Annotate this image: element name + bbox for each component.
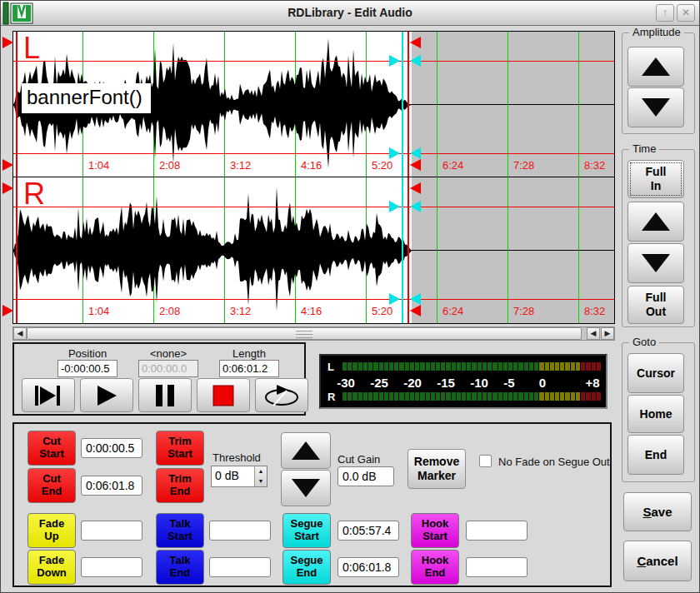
segue-marker-icon[interactable] (389, 147, 400, 159)
hook-end-field[interactable] (466, 557, 528, 577)
segue-marker-icon[interactable] (389, 55, 400, 67)
cut-start-line[interactable] (16, 177, 18, 323)
full-out-button[interactable]: Full Out (628, 286, 684, 324)
meter-scale-tick: -20 (403, 376, 422, 390)
hook-end-button[interactable]: Hook End (411, 550, 459, 585)
fade-down-button[interactable]: Fade Down (28, 550, 76, 585)
goto-end-button[interactable]: End (628, 435, 684, 475)
waveform-display[interactable]: 1:042:083:124:165:206:247:288:32 L banne… (12, 31, 615, 324)
cut-start-marker-icon[interactable] (2, 159, 13, 171)
shade-window-button[interactable]: ↑ (656, 4, 674, 22)
trim-end-button[interactable]: Trim End (156, 468, 204, 503)
talk-end-field[interactable] (209, 557, 271, 577)
segue-start-line[interactable] (402, 177, 403, 323)
meter-led (472, 362, 476, 371)
pause-button[interactable] (138, 378, 192, 412)
amplitude-down-button[interactable] (628, 87, 684, 127)
goto-group-title: Goto (629, 336, 659, 348)
segue-end-button[interactable]: Segue End (282, 550, 331, 585)
meter-led (441, 362, 445, 371)
meter-led (462, 362, 466, 371)
goto-cursor-button[interactable]: Cursor (628, 353, 684, 393)
cut-start-marker-icon[interactable] (2, 182, 13, 194)
meter-led (592, 362, 596, 371)
gain-down-button[interactable] (281, 470, 331, 506)
save-button[interactable]: Save (623, 492, 692, 531)
segue-start-button[interactable]: Segue Start (282, 513, 331, 548)
amplitude-up-button[interactable] (628, 47, 684, 87)
cut-start-field[interactable]: 0:00:00.5 (81, 438, 142, 458)
cut-end-field[interactable]: 0:06:01.8 (81, 476, 142, 496)
scroll-left2-icon[interactable]: ◀ (587, 327, 600, 340)
waveform-scrollbar[interactable]: ◀ ◀ ▶ (12, 326, 615, 341)
threshold-spinbox[interactable]: 0 dB ▲ ▼ (211, 466, 268, 487)
gain-up-button[interactable] (281, 432, 331, 469)
meter-led (379, 392, 383, 401)
segue-marker-icon[interactable] (410, 293, 421, 305)
trim-start-button[interactable]: Trim Start (156, 431, 204, 466)
cut-end-button[interactable]: Cut End (28, 468, 76, 503)
hook-start-field[interactable] (466, 521, 528, 541)
meter-led (472, 392, 476, 401)
waveform-channel-right[interactable]: 1:042:083:124:165:206:247:288:32 R (13, 177, 614, 323)
cancel-button[interactable]: Cancel (623, 541, 692, 581)
hook-start-button[interactable]: Hook Start (411, 513, 459, 548)
fade-down-field[interactable] (81, 557, 142, 577)
segue-marker-icon[interactable] (389, 201, 400, 212)
scroll-left-icon[interactable]: ◀ (13, 327, 27, 340)
meter-led (405, 362, 409, 371)
cut-end-marker-icon[interactable] (410, 37, 421, 48)
meter-led (597, 362, 601, 371)
segue-marker-icon[interactable] (410, 201, 421, 212)
meter-led (529, 362, 533, 371)
zoom-in-button[interactable] (628, 202, 684, 242)
fade-up-field[interactable] (81, 521, 142, 541)
cut-start-marker-icon[interactable] (2, 305, 13, 316)
cut-end-marker-icon[interactable] (410, 159, 421, 171)
cut-start-line[interactable] (16, 32, 18, 177)
zoom-out-button[interactable] (628, 243, 684, 283)
segue-start-field[interactable]: 0:05:57.4 (338, 521, 399, 541)
amplitude-line-bottom (13, 153, 614, 154)
loop-button[interactable] (255, 378, 308, 412)
threshold-spin-arrows[interactable]: ▲ ▼ (254, 466, 267, 486)
cut-end-line[interactable] (408, 177, 409, 323)
play-from-start-button[interactable] (22, 378, 75, 412)
titlebar[interactable]: RDLibrary - Edit Audio ↑ ✕ (1, 1, 699, 26)
cut-gain-field[interactable]: 0.0 dB (338, 466, 394, 486)
talk-start-button[interactable]: Talk Start (156, 513, 204, 548)
talk-start-field[interactable] (209, 521, 271, 541)
scrollbar-thumb[interactable] (27, 327, 582, 340)
waveform-channel-left[interactable]: 1:042:083:124:165:206:247:288:32 L banne… (13, 32, 614, 177)
segue-marker-icon[interactable] (410, 55, 421, 67)
meter-led (592, 392, 596, 401)
cut-start-marker-icon[interactable] (2, 37, 13, 48)
meter-led (478, 392, 482, 401)
spin-down-icon[interactable]: ▼ (255, 476, 267, 486)
cut-end-marker-icon[interactable] (410, 182, 421, 194)
goto-home-button[interactable]: Home (628, 395, 684, 433)
full-in-button[interactable]: Full In (628, 160, 684, 198)
play-button[interactable] (80, 378, 133, 412)
length-field[interactable]: 0:06:01.2 (219, 360, 279, 377)
position-field[interactable]: -0:00:00.5 (58, 360, 118, 377)
cut-start-button[interactable]: Cut Start (28, 431, 76, 466)
meter-led (555, 392, 559, 401)
remove-marker-button[interactable]: Remove Marker (408, 449, 466, 489)
talk-end-button[interactable]: Talk End (156, 550, 204, 585)
meter-led (576, 392, 580, 401)
amplitude-line-top (13, 207, 614, 207)
no-fade-checkbox[interactable] (479, 455, 492, 467)
cut-end-marker-icon[interactable] (410, 305, 421, 316)
meter-led (446, 362, 450, 371)
segue-marker-icon[interactable] (410, 147, 421, 159)
segue-end-field[interactable]: 0:06:01.8 (338, 557, 399, 577)
close-window-button[interactable]: ✕ (677, 4, 695, 22)
stop-button[interactable] (197, 378, 250, 412)
cut-end-line[interactable] (408, 32, 409, 177)
spin-up-icon[interactable]: ▲ (255, 466, 267, 476)
fade-up-button[interactable]: Fade Up (28, 513, 76, 548)
segue-marker-icon[interactable] (389, 293, 400, 305)
segue-start-line[interactable] (402, 32, 403, 177)
scroll-right-icon[interactable]: ▶ (601, 327, 614, 340)
